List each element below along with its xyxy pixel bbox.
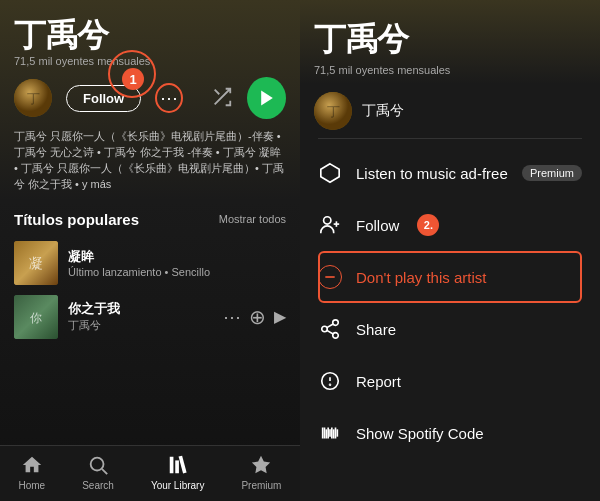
track-name-2: 你之于我 [68,300,213,318]
artist-avatar: 丁 [14,79,52,117]
step1-label: 1 [122,68,144,90]
premium-icon [250,454,272,478]
right-listeners: 71,5 mil oyentes mensuales [314,64,586,76]
svg-marker-2 [261,91,273,106]
artist-bio: 丁禹兮 只愿你一人（《长乐曲》电视剧片尾曲）-伴奏 • 丁禹兮 无心之诗 • 丁… [0,121,300,201]
svg-line-23 [327,324,333,328]
share-label: Share [356,321,396,338]
svg-marker-14 [321,164,339,182]
bottom-nav: Home Search Your Library Premium [0,445,300,501]
track-row-1: 凝 凝眸 Último lanzamiento • Sencillo [14,236,286,290]
nav-home[interactable]: Home [19,454,46,491]
track-info-2: 你之于我 丁禹兮 [68,300,213,333]
svg-text:丁: 丁 [27,91,40,106]
diamond-icon [318,161,342,185]
svg-point-26 [330,384,331,385]
track-add-icon[interactable]: ⊕ [249,305,266,329]
right-panel: 丁禹兮 71,5 mil oyentes mensuales 丁 丁禹兮 [300,0,600,501]
track-options-icon[interactable]: ⋯ [223,306,241,328]
library-icon [167,454,189,478]
svg-point-21 [333,333,339,339]
svg-text:你: 你 [29,311,42,325]
menu-item-report[interactable]: Report [300,355,600,407]
right-controls-row: 丁 丁禹兮 [300,84,600,138]
svg-point-7 [91,458,104,471]
track-meta-1: Último lanzamiento • Sencillo [68,266,286,278]
nav-premium[interactable]: Premium [241,454,281,491]
report-label: Report [356,373,401,390]
context-menu: Listen to music ad-free Premium Follow 2… [300,139,600,501]
track-thumb-1: 凝 [14,241,58,285]
search-icon [87,454,109,478]
right-artist-name: 丁禹兮 [314,18,586,62]
left-artist-name: 丁禹兮 [14,18,286,53]
minus-circle-icon [318,265,342,289]
nav-premium-label: Premium [241,480,281,491]
menu-item-dont-play[interactable]: Don't play this artist [300,251,600,303]
follow-label: Follow [356,217,399,234]
shuffle-button[interactable] [211,86,233,111]
svg-line-8 [102,469,107,474]
left-header: 丁禹兮 71,5 mil oyentes mensuales [0,0,300,75]
track-info-1: 凝眸 Último lanzamiento • Sencillo [68,248,286,278]
share-icon [318,317,342,341]
right-header: 丁禹兮 71,5 mil oyentes mensuales [300,0,600,84]
listen-ad-free-label: Listen to music ad-free [356,165,508,182]
premium-badge: Premium [522,165,582,181]
track-name-1: 凝眸 [68,248,286,266]
svg-rect-11 [178,456,186,474]
right-artist-avatar: 丁 [314,92,352,130]
popular-section: Títulos populares Mostrar todos 凝 [0,201,300,348]
nav-search[interactable]: Search [82,454,114,491]
show-all-link[interactable]: Mostrar todos [219,213,286,225]
svg-text:凝: 凝 [29,255,43,271]
popular-title: Títulos populares [14,211,139,228]
svg-rect-9 [169,457,173,474]
nav-library-label: Your Library [151,480,205,491]
play-button[interactable] [247,77,286,119]
home-icon [21,454,43,478]
svg-point-19 [333,320,339,326]
menu-item-spotify-code[interactable]: Show Spotify Code [300,407,600,459]
left-panel: 丁禹兮 71,5 mil oyentes mensuales 丁 Follow … [0,0,300,501]
nav-library[interactable]: Your Library [151,454,205,491]
nav-search-label: Search [82,480,114,491]
person-add-icon [318,213,342,237]
menu-item-follow[interactable]: Follow 2. [300,199,600,251]
svg-point-20 [322,326,328,332]
track-meta-2: 丁禹兮 [68,318,213,333]
track-row-2: 你 你之于我 丁禹兮 ⋯ ⊕ ▶ [14,290,286,344]
step2-label: 2. [417,214,439,236]
three-dots-button[interactable]: ⋯ [155,83,183,113]
popular-header: Títulos populares Mostrar todos [14,211,286,228]
svg-text:丁: 丁 [327,104,340,119]
svg-line-22 [327,330,333,334]
menu-item-share[interactable]: Share [300,303,600,355]
spotify-code-label: Show Spotify Code [356,425,484,442]
track-play-icon[interactable]: ▶ [274,307,286,326]
track-thumb-2: 你 [14,295,58,339]
controls-row: 丁 Follow ⋯ 1 [0,75,300,121]
track-actions-2: ⋯ ⊕ ▶ [223,305,286,329]
left-listeners: 71,5 mil oyentes mensuales [14,55,286,67]
menu-item-listen-ad-free[interactable]: Listen to music ad-free Premium [300,147,600,199]
svg-rect-10 [175,460,179,473]
nav-home-label: Home [19,480,46,491]
barcode-icon [318,421,342,445]
svg-point-15 [324,217,331,224]
flag-icon [318,369,342,393]
right-artist-name-small: 丁禹兮 [362,102,404,120]
dont-play-label: Don't play this artist [356,269,486,286]
spacer-bottom [0,348,300,445]
